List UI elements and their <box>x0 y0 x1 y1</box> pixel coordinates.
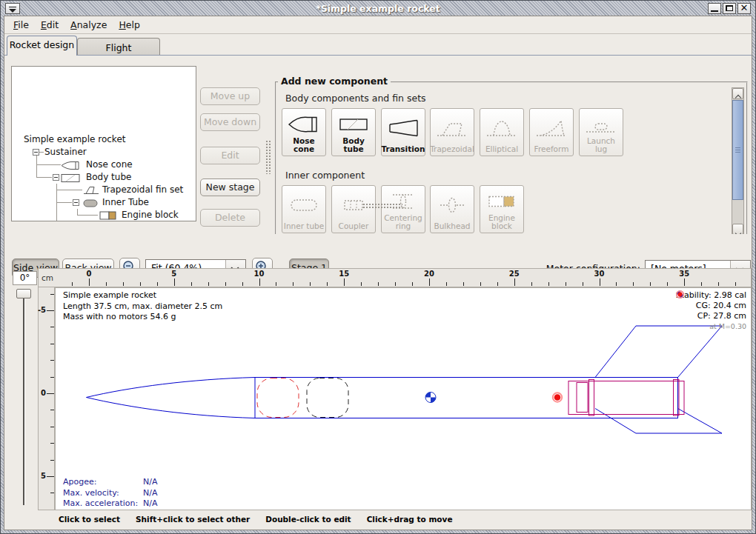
apogee-value: N/A <box>143 477 157 487</box>
component-tree[interactable]: Simple example rocket Sustainer Nose con… <box>11 66 196 221</box>
ruler-number: 0 <box>87 270 92 278</box>
fin-bottom-outline[interactable] <box>595 409 722 434</box>
tree-expander[interactable] <box>33 149 39 156</box>
scrollbar-thumb[interactable] <box>732 100 743 200</box>
add-engine-block-button[interactable]: Engine block <box>480 185 524 233</box>
close-button[interactable]: ✕ <box>737 3 751 14</box>
ruler-tick <box>50 493 54 493</box>
menu-analyze[interactable]: Analyze <box>70 19 107 30</box>
rotation-slider-handle[interactable] <box>16 289 31 298</box>
ruler-tick <box>600 278 600 286</box>
rocket-canvas[interactable]: Simple example rocketLength 37.5 cm, max… <box>55 287 752 510</box>
add-nose-cone-button[interactable]: Nose cone <box>282 108 326 156</box>
cg-marker[interactable] <box>425 393 436 403</box>
engine-block-outline[interactable] <box>577 383 588 413</box>
ruler-tick <box>72 282 73 286</box>
cp-legend-icon <box>676 290 684 298</box>
minimize-icon <box>711 10 718 12</box>
tree-expander[interactable] <box>53 174 59 181</box>
rotation-slider-track[interactable] <box>23 298 25 505</box>
ruler-tick <box>50 294 54 295</box>
inner-tube-outline[interactable] <box>568 381 684 415</box>
add-component-title: Add new component <box>278 76 391 87</box>
add-body-tube-button[interactable]: Body tube <box>331 108 376 156</box>
v-ruler: -505 <box>38 287 55 510</box>
component-panel-scrollbar[interactable] <box>732 87 744 236</box>
fin-top-outline[interactable] <box>595 326 722 378</box>
menu-file[interactable]: File <box>13 19 29 30</box>
maximize-button[interactable] <box>723 3 736 14</box>
ruler-tick <box>667 282 668 286</box>
scroll-down-button[interactable] <box>732 224 743 235</box>
rocket-info-text: Simple example rocketLength 37.5 cm, max… <box>63 290 222 323</box>
scroll-up-button[interactable] <box>732 88 743 99</box>
body-tube-outline[interactable] <box>255 378 678 418</box>
ruler-tick <box>684 278 685 286</box>
flight-data: Apogee:N/A Max. velocity:N/A Max. accele… <box>63 477 157 510</box>
add-freeform-fin-button[interactable]: Freeform <box>529 108 574 156</box>
add-centering-ring-button[interactable]: Centering ring <box>381 185 425 233</box>
ruler-tick <box>50 327 54 327</box>
tab-flight-simulations[interactable]: Flight simulations <box>77 38 160 56</box>
ruler-tick <box>140 282 141 286</box>
horizontal-splitter-grip[interactable] <box>362 203 402 209</box>
menu-help[interactable]: Help <box>119 19 140 30</box>
menu-edit[interactable]: Edit <box>41 19 59 30</box>
tree-expander[interactable] <box>73 199 79 206</box>
tree-connector <box>39 152 44 153</box>
ruler-tick <box>514 278 515 286</box>
bulkhead-icon <box>435 188 469 222</box>
tree-connector <box>56 202 72 203</box>
ruler-tick <box>276 282 276 286</box>
cg-value: CG: 20.4 cm <box>696 301 746 310</box>
centering-ring-outline[interactable] <box>589 380 594 416</box>
add-launch-lug-button[interactable]: Launch lug <box>579 108 623 156</box>
tree-connector <box>56 190 82 190</box>
add-trapezoidal-fin-button[interactable]: Trapezoidal <box>430 108 474 156</box>
tree-item-engine-block[interactable]: Engine block <box>122 209 179 221</box>
vertical-splitter-grip[interactable] <box>265 140 271 174</box>
add-elliptical-fin-button[interactable]: Elliptical <box>480 108 524 156</box>
trapezoidal-fin-icon <box>435 111 469 145</box>
new-stage-button[interactable]: New stage <box>200 178 260 196</box>
ruler-tick <box>50 427 54 427</box>
tree-item-rocket[interactable]: Simple example rocket <box>24 133 125 146</box>
ruler-tick <box>616 282 617 286</box>
tab-rocket-design[interactable]: Rocket design <box>7 36 77 56</box>
ruler-number: -5 <box>38 306 46 314</box>
ruler-tick <box>293 282 294 286</box>
ruler-tick <box>50 443 54 444</box>
add-inner-tube-button[interactable]: Inner tube <box>282 185 326 233</box>
tree-item-fin-set[interactable]: Trapezoidal fin set <box>102 184 183 196</box>
add-transition-button[interactable]: Transition <box>381 108 425 156</box>
tree-item-nose-cone[interactable]: Nose cone <box>86 158 133 171</box>
stability-value: Stability: 2.98 cal <box>676 290 746 301</box>
nose-cone-icon <box>61 161 80 170</box>
minimize-button[interactable] <box>708 3 721 14</box>
tree-item-body-tube[interactable]: Body tube <box>86 171 131 184</box>
status-bar: Click to selectShift+click to select oth… <box>4 510 752 530</box>
nose-cone-outline[interactable] <box>87 378 256 418</box>
tree-connector <box>77 215 98 216</box>
move-up-button[interactable]: Move up <box>200 87 260 105</box>
ruler-tick <box>395 282 396 286</box>
add-coupler-button[interactable]: Coupler <box>331 185 376 233</box>
move-down-button[interactable]: Move down <box>200 113 260 131</box>
engine-block-icon <box>485 188 519 214</box>
tree-item-stage[interactable]: Sustainer <box>44 146 87 158</box>
ruler-tick <box>378 282 379 286</box>
tab-content-divider <box>4 55 752 56</box>
tree-item-inner-tube[interactable]: Inner Tube <box>102 196 149 209</box>
title-bar[interactable]: *Simple example rocket ✕ <box>1 1 755 16</box>
application-window: *Simple example rocket ✕ File Edit Analy… <box>0 0 756 534</box>
mass-component-outline[interactable] <box>307 378 348 418</box>
engine-block-icon <box>99 211 117 220</box>
ruler-tick <box>463 282 464 286</box>
edit-button[interactable]: Edit <box>200 147 260 164</box>
status-hint: Click+drag to move <box>367 515 453 524</box>
parachute-outline[interactable] <box>257 378 299 418</box>
cp-marker[interactable] <box>553 393 562 401</box>
body-tube-icon <box>61 173 80 183</box>
add-bulkhead-button[interactable]: Bulkhead <box>430 185 474 233</box>
delete-button[interactable]: Delete <box>200 209 260 227</box>
